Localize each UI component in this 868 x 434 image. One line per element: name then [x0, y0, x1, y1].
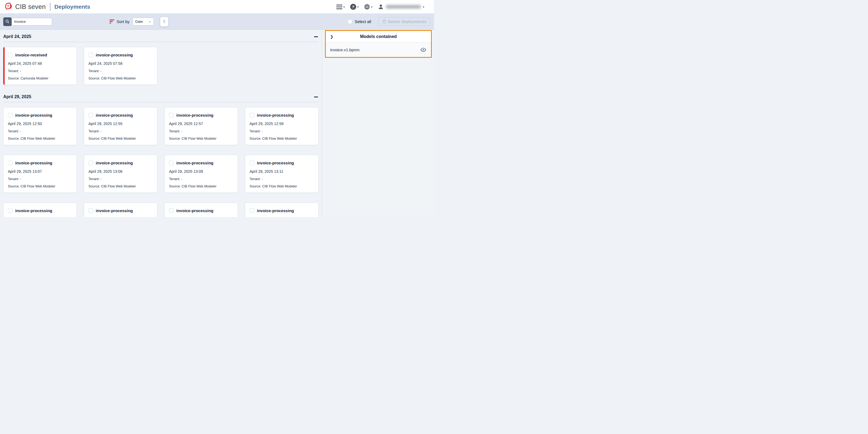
chevron-down-icon: ▾: [423, 5, 424, 8]
main-menu-button[interactable]: ▾: [335, 3, 346, 10]
deployment-tenant: Tenant: -: [169, 177, 234, 181]
deployment-checkbox[interactable]: [8, 161, 12, 165]
deployment-timestamp: April 24, 2025 07:58: [88, 61, 153, 66]
deployment-card-header: invoice-processing: [250, 208, 314, 213]
deployment-checkbox[interactable]: [88, 208, 93, 213]
collapse-section-button[interactable]: [314, 95, 318, 99]
deployment-source: Source: CIB Flow Web Modeler: [169, 137, 234, 141]
eye-icon: [421, 48, 426, 52]
deployment-title: invoice-processing: [257, 208, 294, 213]
view-model-button[interactable]: [420, 47, 427, 52]
sort-group: Sort by Date ⌄ ↑: [110, 17, 168, 27]
deployment-checkbox[interactable]: [250, 113, 254, 118]
deployment-card: invoice-processingApril 29, 2025 12:57Te…: [164, 107, 238, 145]
search-button[interactable]: [3, 18, 12, 26]
model-file-name: invoice.v1.bpmn: [330, 48, 360, 52]
deployment-tenant: Tenant: -: [8, 129, 73, 133]
deployment-title: invoice-processing: [176, 113, 214, 118]
deployment-checkbox[interactable]: [88, 161, 93, 165]
deployment-tenant: Tenant: -: [250, 129, 314, 133]
content: April 24, 2025 invoice-receivedApril 24,…: [0, 30, 434, 217]
delete-deployments-label: Delete deployments: [388, 19, 426, 24]
cards-grid: invoice-receivedApril 24, 2025 07:48Tena…: [3, 47, 318, 85]
deployment-tenant: Tenant: -: [250, 177, 314, 181]
chevron-down-icon: ▾: [343, 5, 345, 8]
models-panel-title: Models contained: [326, 31, 431, 42]
svg-text:7: 7: [7, 5, 9, 8]
deployment-checkbox[interactable]: [250, 161, 254, 165]
deployment-checkbox[interactable]: [169, 208, 174, 213]
deployment-card: invoice-processing: [3, 203, 77, 217]
delete-deployments-button[interactable]: Delete deployments: [378, 17, 431, 26]
deployment-source: Source: CIB Flow Web Modeler: [8, 184, 73, 188]
user-menu-button[interactable]: ▾: [376, 3, 426, 11]
deployment-card-header: invoice-processing: [250, 161, 314, 165]
user-name-blurred: [386, 5, 421, 9]
minus-icon: [314, 36, 318, 37]
deployment-checkbox[interactable]: [8, 113, 12, 118]
deployment-card: invoice-processing: [245, 203, 318, 217]
date-section-header: April 24, 2025: [3, 30, 318, 39]
deployment-source: Source: Camunda Modeler: [8, 76, 73, 80]
deployment-checkbox[interactable]: [88, 53, 93, 57]
deployment-source: Source: CIB Flow Web Modeler: [88, 184, 153, 188]
sort-by-label: Sort by: [117, 19, 130, 24]
deployment-card-header: invoice-processing: [88, 113, 153, 118]
deployment-card-header: invoice-processing: [88, 161, 153, 165]
deployment-checkbox[interactable]: [250, 208, 254, 213]
deployment-card: invoice-processingApril 29, 2025 13:07Te…: [3, 155, 77, 193]
sort-field-select[interactable]: Date ⌄: [133, 18, 154, 26]
deployment-checkbox[interactable]: [169, 113, 174, 118]
deployment-source: Source: CIB Flow Web Modeler: [250, 184, 314, 188]
date-section: April 29, 2025 invoice-processingApril 2…: [3, 85, 318, 217]
deployment-checkbox[interactable]: [88, 113, 93, 118]
deployment-card-header: invoice-processing: [8, 161, 73, 165]
brand-divider: [50, 3, 51, 11]
deployment-title: invoice-processing: [15, 161, 52, 165]
deployment-checkbox[interactable]: [169, 161, 174, 165]
deployment-checkbox[interactable]: [8, 53, 12, 57]
date-section-header: April 29, 2025: [3, 85, 318, 99]
deployment-title: invoice-processing: [15, 208, 52, 213]
toolbar-right: Select all Delete deployments: [348, 17, 431, 26]
deployment-card-header: invoice-processing: [8, 113, 73, 118]
search-icon: [5, 20, 9, 24]
select-all-checkbox[interactable]: [348, 20, 352, 24]
chevron-right-icon[interactable]: ❯: [330, 34, 333, 39]
date-section-title: April 29, 2025: [3, 94, 31, 99]
deployment-title: invoice-processing: [257, 113, 294, 118]
deployment-timestamp: April 24, 2025 07:48: [8, 61, 73, 66]
deployment-title: invoice-received: [15, 53, 47, 57]
model-row: invoice.v1.bpmn: [326, 42, 431, 57]
deployment-tenant: Tenant: -: [169, 129, 234, 133]
chevron-down-icon: ▾: [371, 5, 372, 8]
help-menu-button[interactable]: ? ▾: [348, 3, 360, 11]
deployment-card-header: invoice-received: [8, 53, 73, 57]
deployment-card-header: invoice-processing: [169, 113, 234, 118]
chevron-down-icon: ▾: [357, 5, 359, 8]
deployment-source: Source: CIB Flow Web Modeler: [8, 137, 73, 141]
deployment-timestamp: April 29, 2025 12:55: [88, 122, 153, 126]
search-input[interactable]: [10, 18, 52, 26]
models-contained-panel: ❯ Models contained invoice.v1.bpmn: [325, 30, 432, 58]
deployment-card-header: invoice-processing: [250, 113, 314, 118]
deployment-card: invoice-processingApril 29, 2025 12:50Te…: [3, 107, 77, 145]
deployment-card-header: invoice-processing: [8, 208, 73, 213]
sort-direction-button[interactable]: ↑: [160, 17, 168, 27]
deployment-timestamp: April 29, 2025 12:58: [250, 122, 314, 126]
hamburger-icon: [336, 5, 342, 9]
deployment-timestamp: April 29, 2025 13:11: [250, 169, 314, 174]
arrow-up-icon: ↑: [163, 19, 165, 24]
deployment-checkbox[interactable]: [8, 208, 12, 213]
trash-icon: [382, 20, 386, 24]
deployment-tenant: Tenant: -: [88, 177, 153, 181]
deployment-card-header: invoice-processing: [88, 53, 153, 57]
deployment-timestamp: April 29, 2025 12:50: [8, 122, 73, 126]
deployment-title: invoice-processing: [15, 113, 52, 118]
deployment-title: invoice-processing: [257, 161, 294, 165]
deployment-card: invoice-processingApril 29, 2025 13:08Te…: [84, 155, 157, 193]
brand-name: CIB seven: [15, 3, 46, 10]
language-menu-button[interactable]: ▾: [362, 3, 374, 11]
collapse-section-button[interactable]: [314, 35, 318, 39]
deployment-timestamp: April 29, 2025 13:09: [169, 169, 234, 174]
